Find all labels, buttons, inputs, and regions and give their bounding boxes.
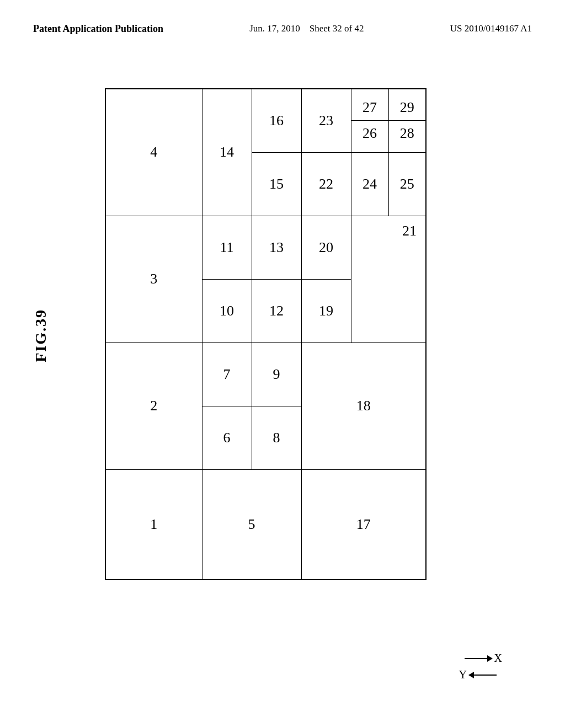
x-axis-arrowhead xyxy=(487,655,493,662)
sheet-info: Jun. 17, 2010 Sheet 32 of 42 xyxy=(249,22,364,35)
cell-25: 25 xyxy=(388,152,426,216)
x-axis: X xyxy=(465,652,502,665)
cell-21: 21 xyxy=(351,216,426,342)
cell-1: 1 xyxy=(105,469,202,580)
cell-23: 23 xyxy=(301,89,351,152)
x-axis-line xyxy=(465,658,492,659)
figure-label: FIG.39 xyxy=(32,309,50,362)
y-axis-arrowhead xyxy=(468,672,474,678)
cell-16: 16 xyxy=(252,89,301,152)
cell-13: 13 xyxy=(252,216,301,279)
table-row: 3 11 13 20 21 xyxy=(105,216,426,279)
cell-8: 8 xyxy=(252,406,301,469)
y-axis-line xyxy=(469,675,497,676)
cell-14: 14 xyxy=(202,89,252,216)
cell-11: 11 xyxy=(202,216,252,279)
cell-2: 2 xyxy=(105,342,202,469)
grid-table: 4 14 16 23 27 26 29 xyxy=(105,88,427,580)
x-axis-label: X xyxy=(494,652,502,665)
cell-6: 6 xyxy=(202,406,252,469)
table-row: 4 14 16 23 27 26 29 xyxy=(105,89,426,152)
cell-19: 19 xyxy=(301,279,351,342)
cell-3: 3 xyxy=(105,216,202,342)
cell-10: 10 xyxy=(202,279,252,342)
cell-7: 7 xyxy=(202,342,252,406)
table-row: 2 7 9 18 xyxy=(105,342,426,406)
publication-label: Patent Application Publication xyxy=(33,22,163,36)
cell-5: 5 xyxy=(202,469,301,580)
patent-number: US 2010/0149167 A1 xyxy=(450,22,532,35)
cell-9: 9 xyxy=(252,342,301,406)
cell-12: 12 xyxy=(252,279,301,342)
cell-20: 20 xyxy=(301,216,351,279)
diagram: 4 14 16 23 27 26 29 xyxy=(83,88,486,640)
cell-24: 24 xyxy=(351,152,388,216)
y-axis-label: Y xyxy=(459,668,467,681)
table-row: 1 5 17 xyxy=(105,469,426,580)
cell-15: 15 xyxy=(252,152,301,216)
y-axis: Y xyxy=(459,668,497,681)
cell-4: 4 xyxy=(105,89,202,216)
cell-22: 22 xyxy=(301,152,351,216)
cell-29-28: 29 28 xyxy=(388,89,426,152)
cell-18: 18 xyxy=(301,342,426,469)
cell-17: 17 xyxy=(301,469,426,580)
cell-27-26: 27 26 xyxy=(351,89,388,152)
page-header: Patent Application Publication Jun. 17, … xyxy=(0,0,565,47)
